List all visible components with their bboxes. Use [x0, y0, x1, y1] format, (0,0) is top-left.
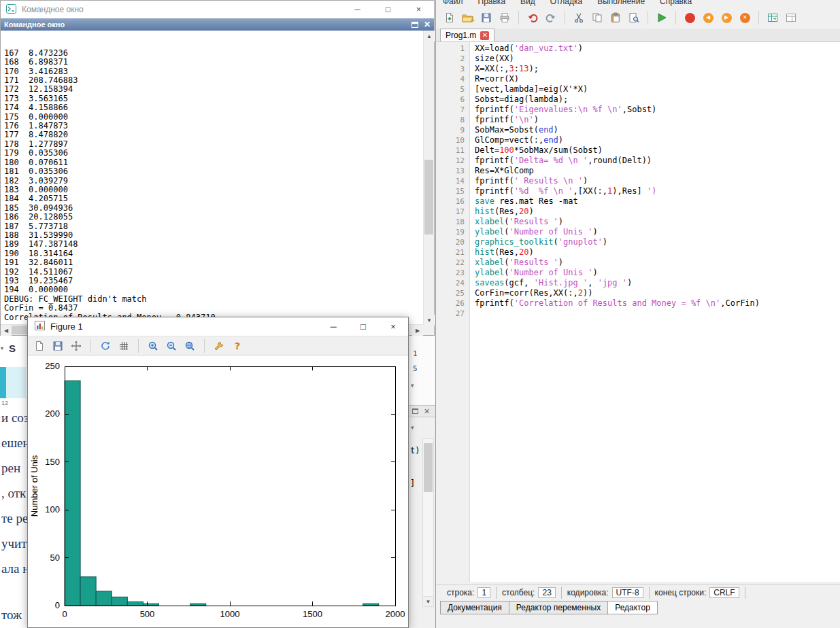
close-icon[interactable]: ✕: [424, 407, 430, 416]
code-text[interactable]: graphics_toolkit('gnuplot'): [470, 237, 607, 247]
code-editor[interactable]: 1XX=load('dan_vuz.txt')2size(XX)3X=XX(:,…: [436, 42, 840, 582]
code-text[interactable]: SobMax=Sobst(end): [470, 125, 558, 135]
undock-icon[interactable]: [412, 408, 418, 414]
code-text[interactable]: fprintf(' Results \n '): [470, 176, 588, 186]
menu-item[interactable]: Отладка: [550, 0, 582, 6]
minimize-button[interactable]: ─: [342, 1, 373, 18]
close-button[interactable]: ×: [378, 317, 408, 336]
editor-line[interactable]: 8fprintf('\n'): [436, 115, 840, 125]
vertical-scrollbar[interactable]: [422, 438, 434, 607]
find-button[interactable]: [626, 10, 642, 26]
editor-line[interactable]: 25CorFin=corr(Res,XX(:,2)): [436, 288, 840, 298]
menu-item[interactable]: Правка: [478, 0, 506, 6]
code-text[interactable]: CorFin=corr(Res,XX(:,2)): [470, 288, 592, 298]
editor-line[interactable]: 26fprintf('Correlation of Results and Mo…: [436, 298, 840, 309]
zoom-out-button[interactable]: [164, 338, 179, 353]
editor-line[interactable]: 1XX=load('dan_vuz.txt'): [436, 43, 840, 54]
dock-close-icon[interactable]: ✕: [424, 21, 431, 28]
editor-line[interactable]: 19ylabel('Number of Unis '): [436, 227, 840, 237]
maximize-button[interactable]: □: [373, 1, 403, 18]
code-text[interactable]: fprintf('%d %f \n ',[XX(:,1),Res] '): [470, 186, 656, 196]
code-text[interactable]: fprintf('Correlation of Results and Mone…: [470, 298, 760, 309]
editor-line[interactable]: 15fprintf('%d %f \n ',[XX(:,1),Res] '): [436, 186, 840, 196]
tab-close-icon[interactable]: ✕: [480, 31, 489, 40]
help-button[interactable]: ?: [230, 338, 245, 353]
code-text[interactable]: XX=load('dan_vuz.txt'): [470, 43, 583, 54]
minimize-button[interactable]: ─: [318, 317, 348, 336]
editor-line[interactable]: 7fprintf('Eigenvalues:\n %f \n',Sobst): [436, 105, 840, 115]
panels-button[interactable]: [783, 10, 799, 26]
editor-line[interactable]: 14fprintf(' Results \n '): [436, 176, 840, 186]
code-text[interactable]: Sobst=diag(lambda);: [470, 94, 568, 105]
copy-button[interactable]: [589, 10, 605, 26]
menu-item[interactable]: Вид: [520, 0, 535, 6]
undock-icon[interactable]: [411, 22, 418, 28]
save-button[interactable]: [478, 10, 494, 26]
code-text[interactable]: ylabel('Number of Unis '): [470, 227, 598, 237]
redo-button[interactable]: [543, 10, 559, 26]
dock-tab[interactable]: Документация: [440, 601, 509, 614]
code-text[interactable]: hist(Res,20): [470, 247, 534, 258]
scroll-right-icon[interactable]: ▶: [412, 325, 423, 336]
editor-line[interactable]: 11Delt=100*SobMax/sum(Sobst): [436, 145, 840, 156]
step-back-button[interactable]: ◀: [700, 10, 716, 26]
code-text[interactable]: xlabel('Results '): [470, 258, 563, 268]
zoom-reset-button[interactable]: [182, 338, 197, 353]
new-script-button[interactable]: [441, 10, 458, 26]
maximize-button[interactable]: □: [348, 317, 378, 336]
vertical-scrollbar[interactable]: ▲ ▼: [423, 31, 434, 326]
editor-line[interactable]: 5[vect,lambda]=eig(X'*X): [436, 84, 840, 94]
code-text[interactable]: GlComp=vect(:,end): [470, 135, 563, 145]
code-text[interactable]: [470, 309, 480, 319]
code-text[interactable]: hist(Res,20): [470, 207, 534, 217]
editor-line[interactable]: 21hist(Res,20): [436, 247, 840, 258]
workspace-button[interactable]: [765, 10, 781, 26]
scroll-up-icon[interactable]: ▲: [424, 31, 435, 41]
pan-button[interactable]: [69, 338, 84, 353]
close-button[interactable]: ×: [403, 1, 434, 18]
dock-tab[interactable]: Редактор: [607, 601, 658, 614]
code-text[interactable]: [vect,lambda]=eig(X'*X): [470, 84, 588, 94]
code-text[interactable]: save res.mat Res -mat: [470, 196, 578, 207]
editor-line[interactable]: 12fprintf('Delta= %d \n ',round(Delt)): [436, 156, 840, 166]
editor-line[interactable]: 13Res=X*GlComp: [436, 166, 840, 176]
scroll-left-icon[interactable]: ◀: [1, 325, 12, 336]
editor-line[interactable]: 27: [436, 309, 840, 319]
editor-line[interactable]: 6Sobst=diag(lambda);: [436, 94, 840, 105]
code-text[interactable]: fprintf('\n'): [470, 115, 539, 125]
editor-line[interactable]: 17hist(Res,20): [436, 207, 840, 217]
scroll-down-icon[interactable]: ▼: [422, 596, 434, 607]
code-text[interactable]: ylabel('Number of Unis '): [470, 268, 598, 278]
save-button[interactable]: [50, 338, 65, 353]
menu-item[interactable]: Справка: [660, 0, 692, 6]
editor-line[interactable]: 18xlabel('Results '): [436, 217, 840, 227]
zoom-in-button[interactable]: [146, 338, 161, 353]
scrollbar-thumb[interactable]: [424, 443, 433, 492]
menu-item[interactable]: Файл: [443, 0, 463, 6]
code-text[interactable]: R=corr(X): [470, 74, 519, 84]
editor-line[interactable]: 4R=corr(X): [436, 74, 840, 84]
cut-button[interactable]: [571, 10, 587, 26]
open-button[interactable]: [460, 10, 476, 26]
run-button[interactable]: [654, 10, 670, 26]
code-text[interactable]: Res=X*GlComp: [470, 166, 534, 176]
paste-button[interactable]: [607, 10, 624, 26]
editor-line[interactable]: 2size(XX): [436, 54, 840, 64]
editor-line[interactable]: 3X=XX(:,3:13);: [436, 64, 840, 74]
code-text[interactable]: size(XX): [470, 54, 514, 64]
editor-line[interactable]: 22xlabel('Results '): [436, 258, 840, 268]
editor-line[interactable]: 10GlComp=vect(:,end): [436, 135, 840, 145]
undo-button[interactable]: [524, 10, 541, 26]
editor-line[interactable]: 23ylabel('Number of Unis '): [436, 268, 840, 278]
code-text[interactable]: X=XX(:,3:13);: [470, 64, 539, 74]
print-button[interactable]: [497, 10, 513, 26]
code-text[interactable]: Delt=100*SobMax/sum(Sobst): [470, 145, 603, 156]
grid-button[interactable]: [116, 338, 131, 353]
code-text[interactable]: fprintf('Delta= %d \n ',round(Delt)): [470, 156, 652, 166]
stop-debug-button[interactable]: ✕: [737, 10, 753, 26]
record-button[interactable]: [682, 10, 698, 26]
dock-tab[interactable]: Редактор переменных: [509, 601, 608, 614]
code-text[interactable]: xlabel('Results '): [470, 217, 563, 227]
editor-line[interactable]: 9SobMax=Sobst(end): [436, 125, 840, 135]
step-forward-button[interactable]: ▶: [718, 10, 735, 26]
